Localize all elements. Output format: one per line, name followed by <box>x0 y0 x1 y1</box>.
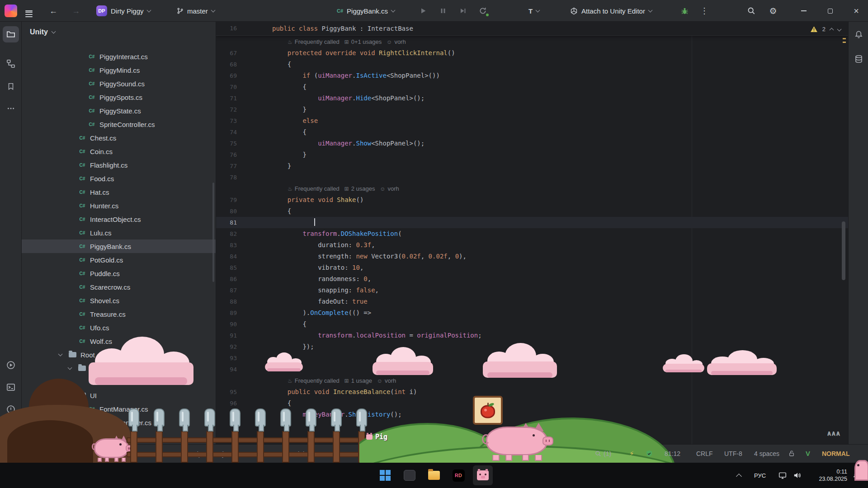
encoding-indicator[interactable]: UTF-8 <box>724 444 742 463</box>
tree-item-hunter-cs[interactable]: C#Hunter.cs <box>22 199 216 212</box>
code-line-76[interactable]: 76 } <box>216 149 848 160</box>
tree-item-ui[interactable]: UI <box>22 389 216 402</box>
game-app-button[interactable] <box>473 465 493 485</box>
settings-button[interactable]: ⚙ <box>765 3 781 19</box>
code-editor[interactable]: ♨Frequently called ⊞0+1 usages ☺vorh67 p… <box>216 22 848 444</box>
code-line-83[interactable]: 83 duration: 0.3f, <box>216 239 848 251</box>
code-line-94[interactable]: 94 <box>216 364 848 375</box>
chevron-down-icon[interactable] <box>837 27 842 31</box>
code-line-86[interactable]: 86 randomness: 0, <box>216 273 848 285</box>
sticky-header-line[interactable]: 16public class PiggyBank : InteractBase <box>216 22 848 36</box>
project-view-selector[interactable]: Unity <box>30 28 55 36</box>
task-view-button[interactable] <box>400 465 420 485</box>
code-line-87[interactable]: 87 snapping: false, <box>216 285 848 296</box>
tree-item-coin-cs[interactable]: C#Coin.cs <box>22 145 216 158</box>
tree-item-chest-cs[interactable]: C#Chest.cs <box>22 131 216 145</box>
back-button[interactable]: ← <box>45 3 61 19</box>
maximize-button[interactable] <box>818 0 842 22</box>
tree-item-puddle-cs[interactable]: C#Puddle.cs <box>22 267 216 280</box>
main-menu-button[interactable] <box>21 3 37 19</box>
code-line-73[interactable]: 73 else <box>216 115 848 127</box>
code-line-77[interactable]: 77 } <box>216 160 848 172</box>
chevron-up-icon[interactable] <box>830 28 834 32</box>
language-indicator[interactable]: РУС <box>754 463 766 488</box>
inspections-widget[interactable]: 2 <box>810 23 841 34</box>
vcs-branch-selector[interactable]: master <box>173 4 219 18</box>
panel-scrollbar[interactable] <box>212 183 214 282</box>
more-tools-button[interactable] <box>3 100 19 117</box>
project-selector[interactable]: DP Dirty Piggy <box>92 4 155 18</box>
warning-stripe-mark[interactable] <box>843 38 846 39</box>
tree-item-components[interactable]: Components <box>22 361 216 375</box>
tree-item-interactbase-cs[interactable]: C#InteractBase.cs <box>22 375 216 389</box>
code-line-89[interactable]: 89 ).OnComplete(() => <box>216 307 848 319</box>
code-line-84[interactable]: 84 strength: new Vector3(0.02f, 0.02f, 0… <box>216 251 848 262</box>
editor-scrollbar[interactable] <box>842 221 845 280</box>
inlay-hint-row[interactable]: ♨Frequently called ⊞0+1 usages ☺vorh <box>216 36 848 47</box>
expand-chevron-icon[interactable] <box>68 393 72 397</box>
debug-button[interactable] <box>676 3 693 19</box>
tree-item-interactobject-cs[interactable]: C#InteractObject.cs <box>22 212 216 226</box>
code-line-92[interactable]: 92 }); <box>216 341 848 352</box>
tree-item-piggyinteract-cs[interactable]: C#PiggyInteract.cs <box>22 50 216 63</box>
clock[interactable]: 0:11 23.08.2025 <box>810 463 847 488</box>
more-actions-button[interactable]: ⋮ <box>696 3 712 19</box>
code-line-78[interactable]: 78 <box>216 172 848 183</box>
inlay-hint-row[interactable]: ♨Frequently called ⊞2 usages ☺vorh <box>216 183 848 194</box>
code-line-97[interactable]: 97 moneyBanner.ShowHistory(); <box>216 409 848 420</box>
caret-position[interactable]: 81:12 <box>665 444 680 463</box>
tree-item-piggysound-cs[interactable]: C#PiggySound.cs <box>22 77 216 90</box>
code-line-90[interactable]: 90 { <box>216 319 848 330</box>
code-area[interactable]: ♨Frequently called ⊞0+1 usages ☺vorh67 p… <box>216 36 848 420</box>
code-line-93[interactable]: 93 <box>216 352 848 364</box>
pause-button[interactable] <box>435 3 451 19</box>
file-explorer-button[interactable] <box>424 465 444 485</box>
inspection-status-indicator[interactable] <box>646 444 653 463</box>
code-line-72[interactable]: 72 } <box>216 104 848 115</box>
tree-item-shovel-cs[interactable]: C#Shovel.cs <box>22 294 216 307</box>
code-line-88[interactable]: 88 fadeOut: true <box>216 296 848 307</box>
tree-item-scarecrow-cs[interactable]: C#Scarecrow.cs <box>22 280 216 294</box>
current-file-selector[interactable]: C# PiggyBank.cs <box>333 4 399 18</box>
tree-item-ufo-cs[interactable]: C#Ufo.cs <box>22 321 216 334</box>
expand-chevron-icon[interactable] <box>68 366 72 370</box>
run-tool-button[interactable] <box>3 357 19 373</box>
tree-item-root[interactable]: Root <box>22 348 216 361</box>
code-line-80[interactable]: 80 { <box>216 206 848 217</box>
code-line-82[interactable]: 82 transform.DOShakePosition( <box>216 228 848 239</box>
line-ending-indicator[interactable]: CRLF <box>696 444 713 463</box>
expand-chevron-icon[interactable] <box>58 352 63 357</box>
notifications-button[interactable] <box>850 26 867 42</box>
start-button[interactable] <box>375 465 395 485</box>
database-tool-button[interactable] <box>850 51 867 67</box>
notification-center-button[interactable] <box>853 463 861 488</box>
code-line-67[interactable]: 67 protected override void RightClickInt… <box>216 47 848 59</box>
profiler-button[interactable]: T <box>524 4 543 18</box>
hot-reload-button[interactable] <box>475 3 491 19</box>
structure-tool-button[interactable] <box>3 56 19 72</box>
volume-tray-button[interactable] <box>793 463 801 488</box>
tree-item-food-cs[interactable]: C#Food.cs <box>22 172 216 185</box>
code-line-91[interactable]: 91 transform.localPosition = originalPos… <box>216 330 848 341</box>
step-button[interactable] <box>455 3 471 19</box>
code-line-68[interactable]: 68 { <box>216 59 848 70</box>
tree-item-potgold-cs[interactable]: C#PotGold.cs <box>22 253 216 267</box>
minimize-button[interactable] <box>792 0 816 22</box>
code-line-81[interactable]: 81 <box>216 217 848 228</box>
rider-app-button[interactable]: RD <box>448 465 468 485</box>
tree-item-piggystate-cs[interactable]: C#PiggyState.cs <box>22 104 216 117</box>
tree-item-wolf-cs[interactable]: C#Wolf.cs <box>22 334 216 348</box>
power-mode-indicator[interactable]: ⚡ <box>629 444 634 463</box>
code-line-75[interactable]: 75 uiManager.Show<ShopPanel>(); <box>216 138 848 149</box>
tree-item-hat-cs[interactable]: C#Hat.cs <box>22 185 216 199</box>
zoom-indicator[interactable]: (1) <box>595 444 611 463</box>
tree-item-flashlight-cs[interactable]: C#Flashlight.cs <box>22 158 216 172</box>
problems-tool-button[interactable] <box>3 401 19 418</box>
warning-stripe-mark[interactable] <box>843 42 846 43</box>
code-line-74[interactable]: 74 { <box>216 127 848 138</box>
readonly-toggle[interactable] <box>788 444 795 463</box>
tree-item-treasure-cs[interactable]: C#Treasure.cs <box>22 307 216 321</box>
search-everywhere-button[interactable] <box>743 3 760 19</box>
code-line-79[interactable]: 79 private void Shake() <box>216 194 848 206</box>
tree-item-lulu-cs[interactable]: C#Lulu.cs <box>22 226 216 239</box>
